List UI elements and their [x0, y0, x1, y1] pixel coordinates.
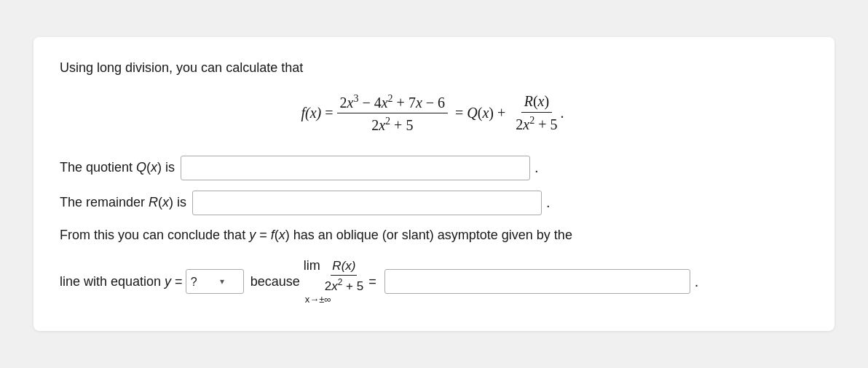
line-label: line with equation y =: [60, 274, 183, 289]
limit-value-input[interactable]: [384, 269, 690, 294]
lim-subscript: x→±∞: [305, 294, 331, 305]
quotient-input[interactable]: [181, 156, 530, 180]
rhs-numerator: R(x): [521, 93, 552, 113]
fraction-numerator: 2x3 − 4x2 + 7x − 6: [337, 93, 449, 114]
main-card: Using long division, you can calculate t…: [33, 37, 835, 332]
bottom-period: .: [695, 273, 699, 290]
formula-period: .: [560, 105, 564, 121]
formula-block: f(x) = 2x3 − 4x2 + 7x − 6 2x2 + 5 = Q(x)…: [60, 93, 805, 134]
equation-dropdown[interactable]: ? x x − 1 x + 1 x − 2: [191, 276, 229, 288]
quotient-row: The quotient Q(x) is .: [60, 156, 805, 180]
quotient-label: The quotient Q(x) is: [60, 160, 175, 175]
lim-word: lim: [304, 258, 320, 273]
lim-block: lim R(x) 2x2 + 5 x→±∞: [304, 258, 365, 305]
because-label: because: [247, 274, 304, 289]
lim-top-row: lim R(x) 2x2 + 5: [304, 258, 365, 294]
intro-text: Using long division, you can calculate t…: [60, 60, 805, 76]
remainder-input[interactable]: [192, 191, 542, 215]
formula-equals: =: [325, 105, 336, 121]
quotient-period: .: [534, 159, 539, 176]
lim-equals: =: [365, 274, 380, 289]
equals-sign: = Q(x) +: [455, 105, 505, 121]
fraction-denominator: 2x2 + 5: [368, 113, 416, 134]
lim-numerator: R(x): [331, 259, 357, 276]
formula-lhs: f(x): [301, 105, 326, 121]
main-fraction: 2x3 − 4x2 + 7x − 6 2x2 + 5: [337, 93, 449, 134]
lim-denominator: 2x2 + 5: [323, 276, 365, 294]
lim-fraction: R(x) 2x2 + 5: [323, 259, 365, 294]
remainder-row: The remainder R(x) is .: [60, 191, 805, 215]
rhs-fraction: R(x) 2x2 + 5: [513, 93, 560, 133]
conclude-text: From this you can conclude that y = f(x)…: [60, 225, 805, 245]
rhs-denominator: 2x2 + 5: [513, 113, 560, 133]
equation-dropdown-wrapper[interactable]: ? x x − 1 x + 1 x − 2 ▾: [186, 269, 244, 294]
remainder-period: .: [546, 194, 551, 211]
remainder-label: The remainder R(x) is: [60, 195, 186, 210]
bottom-row: line with equation y = ? x x − 1 x + 1 x…: [60, 258, 805, 305]
